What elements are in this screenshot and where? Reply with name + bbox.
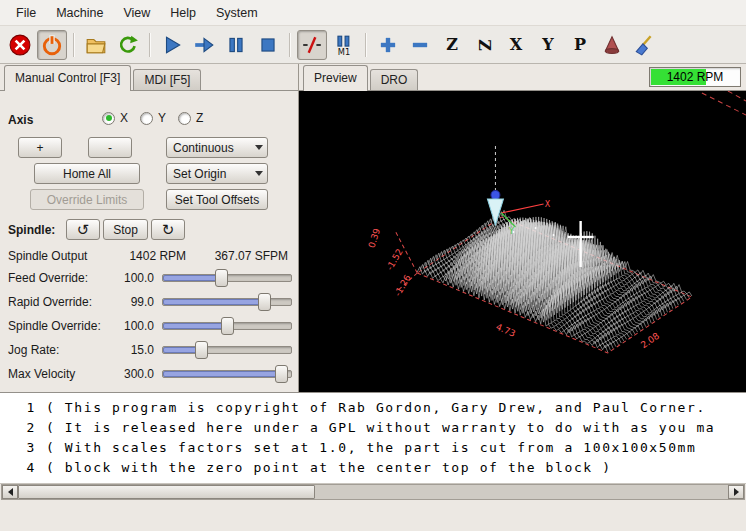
rotate-view-button[interactable] bbox=[597, 30, 627, 60]
step-button[interactable] bbox=[189, 30, 219, 60]
spindle-stop-button[interactable]: Stop bbox=[103, 219, 148, 240]
slider-fill bbox=[163, 299, 266, 305]
view-z-rotated-button[interactable]: Z bbox=[469, 30, 499, 60]
menu-system[interactable]: System bbox=[206, 2, 268, 24]
tab-preview[interactable]: Preview bbox=[303, 65, 368, 91]
optional-pause-button[interactable]: M1 bbox=[329, 30, 359, 60]
run-button[interactable] bbox=[157, 30, 187, 60]
spindle-reverse-button[interactable]: ↺ bbox=[66, 219, 100, 240]
axis-radio-x[interactable]: X bbox=[102, 111, 128, 125]
rpm-bar-text: 1402 RPM bbox=[650, 68, 740, 86]
open-file-button[interactable] bbox=[81, 30, 111, 60]
view-z-icon: Z bbox=[446, 37, 458, 53]
gcode-line-number: 4 bbox=[0, 458, 38, 478]
spindle-forward-button[interactable]: ↻ bbox=[151, 219, 185, 240]
max-velocity-slider[interactable] bbox=[162, 365, 292, 383]
jog-mode-dropdown[interactable]: Continuous bbox=[166, 137, 268, 158]
slider-handle[interactable] bbox=[275, 365, 288, 383]
spindle-override-slider[interactable] bbox=[162, 317, 292, 335]
view-x-button[interactable]: X bbox=[501, 30, 531, 60]
axis-radio-y[interactable]: Y bbox=[140, 111, 166, 125]
toolbar-separator bbox=[149, 33, 151, 57]
slider-handle[interactable] bbox=[258, 293, 271, 311]
slider-fill bbox=[163, 275, 220, 281]
status-bar bbox=[0, 500, 746, 530]
block-delete-icon bbox=[301, 34, 323, 56]
spindle-label: Spindle: bbox=[8, 223, 55, 237]
slider-fill bbox=[163, 347, 198, 353]
axis-radio-z[interactable]: Z bbox=[178, 111, 203, 125]
svg-text:M1: M1 bbox=[338, 46, 350, 55]
feed-override-slider[interactable] bbox=[162, 269, 292, 287]
tab-dro[interactable]: DRO bbox=[370, 69, 419, 91]
slider-handle[interactable] bbox=[215, 269, 228, 287]
slider-label: Feed Override: bbox=[8, 271, 88, 285]
pause-button[interactable] bbox=[221, 30, 251, 60]
tab-manual-control[interactable]: Manual Control [F3] bbox=[4, 65, 131, 91]
spindle-output-row: Spindle Output 1402 RPM 367.07 SFPM bbox=[8, 249, 292, 263]
view-z-button[interactable]: Z bbox=[437, 30, 467, 60]
view-y-button[interactable]: Y bbox=[533, 30, 563, 60]
jog-mode-value: Continuous bbox=[173, 141, 234, 155]
backplot-svg: 0.39-1.52-1.264.732.08XY bbox=[299, 91, 746, 392]
menu-help[interactable]: Help bbox=[160, 2, 206, 24]
svg-text:Y: Y bbox=[508, 227, 514, 236]
chevron-down-icon bbox=[255, 171, 263, 176]
slider-handle[interactable] bbox=[221, 317, 234, 335]
set-origin-label: Set Origin bbox=[173, 167, 226, 181]
axis-radio-group: X Y Z bbox=[102, 111, 215, 125]
axis-window: File Machine View Help System bbox=[0, 0, 746, 531]
menu-view[interactable]: View bbox=[113, 2, 160, 24]
spindle-override-row: Spindle Override: 100.0 bbox=[8, 317, 292, 335]
menu-file[interactable]: File bbox=[6, 2, 46, 24]
stop-button[interactable] bbox=[253, 30, 283, 60]
spindle-sfpm-value: 367.07 SFPM bbox=[215, 249, 288, 263]
menu-machine[interactable]: Machine bbox=[46, 2, 113, 24]
estop-button[interactable] bbox=[5, 30, 35, 60]
spindle-row: Spindle: bbox=[8, 223, 55, 237]
spindle-rpm-value: 1402 RPM bbox=[129, 249, 186, 263]
set-origin-dropdown[interactable]: Set Origin bbox=[166, 163, 268, 184]
home-all-button[interactable]: Home All bbox=[34, 163, 140, 184]
gcode-line[interactable]: 2 ( It is released here under a GPL with… bbox=[0, 418, 746, 438]
toolbar-separator bbox=[73, 33, 75, 57]
preview-canvas[interactable]: 0.39-1.52-1.264.732.08XY bbox=[299, 90, 746, 392]
slider-label: Rapid Override: bbox=[8, 295, 92, 309]
gcode-line[interactable]: 3 ( With scales factors set at 1.0, the … bbox=[0, 438, 746, 458]
rapid-override-slider[interactable] bbox=[162, 293, 292, 311]
jog-minus-button[interactable]: - bbox=[88, 137, 132, 158]
scroll-right-button[interactable] bbox=[728, 485, 744, 499]
zoom-in-button[interactable] bbox=[373, 30, 403, 60]
gcode-line-number: 3 bbox=[0, 438, 38, 458]
gcode-line[interactable]: 1 ( This program is copyright of Rab Gor… bbox=[0, 398, 746, 418]
zoom-out-icon bbox=[409, 34, 431, 56]
right-tab-bar: Preview DRO 1402 RPM bbox=[299, 64, 746, 91]
tab-mdi[interactable]: MDI [F5] bbox=[133, 69, 201, 91]
view-z-rotated-icon: Z bbox=[476, 39, 492, 51]
machine-power-button[interactable] bbox=[37, 30, 67, 60]
override-limits-button[interactable]: Override Limits bbox=[30, 189, 144, 210]
gcode-line[interactable]: 4 ( block with the zero point at the cen… bbox=[0, 458, 746, 478]
max-velocity-row: Max Velocity 300.0 bbox=[8, 365, 292, 383]
rapid-override-row: Rapid Override: 99.0 bbox=[8, 293, 292, 311]
slider-value: 15.0 bbox=[118, 343, 154, 357]
pause-icon bbox=[225, 34, 247, 56]
axis-y-label: Y bbox=[158, 111, 166, 125]
scroll-left-button[interactable] bbox=[2, 485, 18, 499]
scrollbar-thumb[interactable] bbox=[18, 485, 315, 499]
set-tool-offsets-button[interactable]: Set Tool Offsets bbox=[166, 189, 268, 210]
horizontal-scrollbar[interactable] bbox=[1, 484, 745, 500]
zoom-out-button[interactable] bbox=[405, 30, 435, 60]
svg-text:X: X bbox=[545, 200, 551, 209]
jog-plus-button[interactable]: + bbox=[18, 137, 62, 158]
preview-panel: Preview DRO 1402 RPM 0.39-1.52-1.264.732… bbox=[299, 64, 746, 392]
jog-rate-slider[interactable] bbox=[162, 341, 292, 359]
clear-plot-button[interactable] bbox=[629, 30, 659, 60]
slider-handle[interactable] bbox=[195, 341, 208, 359]
cone-icon bbox=[601, 34, 623, 56]
reload-button[interactable] bbox=[113, 30, 143, 60]
view-perspective-button[interactable]: P bbox=[565, 30, 595, 60]
gcode-listing[interactable]: 1 ( This program is copyright of Rab Gor… bbox=[0, 392, 746, 484]
block-delete-button[interactable] bbox=[297, 30, 327, 60]
toolbar-separator bbox=[289, 33, 291, 57]
